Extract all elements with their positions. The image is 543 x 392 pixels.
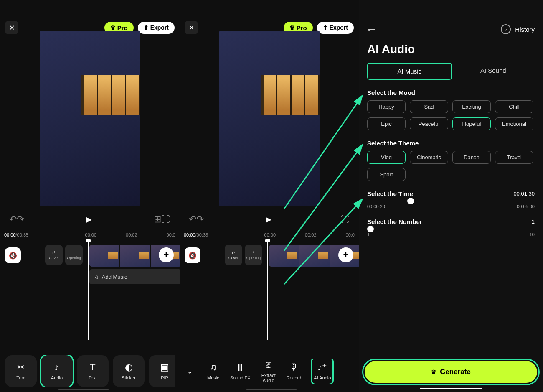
play-icon[interactable]: ▶ <box>266 215 272 224</box>
tab-ai-sound[interactable]: AI Sound <box>452 63 535 80</box>
tool-label: Sticker <box>122 375 136 380</box>
tool-extract-audio[interactable]: ⎚Extract Audio <box>261 359 276 383</box>
export-button[interactable]: ⬆Export <box>138 22 175 34</box>
video-preview[interactable] <box>40 31 140 206</box>
add-clip-button[interactable]: + <box>338 247 353 262</box>
theme-option-vlog[interactable]: Vlog <box>367 151 406 164</box>
redo-icon[interactable]: ↷ <box>196 214 204 225</box>
video-preview[interactable] <box>219 31 320 206</box>
time-slider[interactable] <box>359 201 543 201</box>
tool-ai-audio[interactable]: ♪⁺AI Audio <box>312 359 332 384</box>
theme-option-cinematic[interactable]: Cinematic <box>410 151 448 164</box>
help-icon[interactable]: ? <box>501 24 511 34</box>
export-button[interactable]: ⬆Export <box>317 22 354 34</box>
theme-option-sport[interactable]: Sport <box>367 168 406 181</box>
playhead[interactable] <box>88 240 89 340</box>
mood-label: Select the Mood <box>359 80 543 100</box>
mood-option-emotional[interactable]: Emotional <box>495 117 533 130</box>
upload-icon: ⬆ <box>144 24 149 31</box>
add-music-button[interactable]: ♫Add Music <box>89 269 181 284</box>
number-label: Select the Number <box>367 218 422 225</box>
tick: 00:0 <box>346 232 355 237</box>
close-button[interactable]: ✕ <box>5 21 18 34</box>
hd-icon[interactable]: ⊞ <box>154 214 161 225</box>
tick: 00:02 <box>126 232 137 237</box>
tool-label: Music <box>207 375 219 380</box>
tool-label: Record <box>287 375 301 380</box>
history-link[interactable]: History <box>515 26 535 33</box>
number-min: 1 <box>367 232 370 237</box>
generate-label: Generate <box>440 368 471 376</box>
undo-icon[interactable]: ↶ <box>9 214 17 225</box>
close-button[interactable]: ✕ <box>185 21 198 34</box>
tab-ai-music[interactable]: AI Music <box>367 63 452 80</box>
microphone-icon: 🎙 <box>289 362 299 373</box>
number-header: Select the Number 1 <box>359 209 543 229</box>
opening-label: Opening <box>67 256 81 260</box>
tool-soundfx[interactable]: ⫼Sound FX <box>230 362 251 380</box>
tick: 00:0 <box>167 232 175 237</box>
time-value: 00:01:30 <box>513 191 535 197</box>
opening-button[interactable]: +Opening <box>65 245 83 265</box>
pro-label: Pro <box>297 24 307 31</box>
timeline[interactable]: 🔇 ⇄Cover +Opening + <box>180 240 359 340</box>
crown-icon: ♛ <box>289 24 295 31</box>
cover-button[interactable]: ⇄Cover <box>225 245 242 265</box>
bottom-toolbar: ✂Trim ♪Audio TText ◐Sticker ▣PIP <box>5 355 175 387</box>
pro-label: Pro <box>117 24 128 31</box>
back-arrow-icon[interactable]: ↽ <box>367 23 376 35</box>
tool-record[interactable]: 🎙Record <box>287 362 301 380</box>
time-max: 00:05:00 <box>517 204 535 209</box>
tool-trim[interactable]: ✂Trim <box>5 355 37 387</box>
export-label: Export <box>330 24 348 31</box>
add-clip-button[interactable]: + <box>159 247 174 262</box>
preview-image <box>261 75 320 115</box>
cover-button[interactable]: ⇄Cover <box>45 245 63 265</box>
mood-option-sad[interactable]: Sad <box>410 100 448 113</box>
tool-music[interactable]: ♫Music <box>207 362 219 380</box>
generate-button[interactable]: ♛Generate <box>365 361 537 383</box>
playback-controls: ↶ ↷ ▶ ⊞ ⛶ <box>0 206 180 232</box>
mood-option-happy[interactable]: Happy <box>367 100 406 113</box>
theme-option-travel[interactable]: Travel <box>495 151 533 164</box>
mood-option-chill[interactable]: Chill <box>495 100 533 113</box>
mute-button[interactable]: 🔇 <box>5 247 21 263</box>
fullscreen-icon[interactable]: ⛶ <box>161 214 170 225</box>
music-note-icon: ♫ <box>210 362 217 373</box>
extract-icon: ⎚ <box>266 359 271 370</box>
cover-label: Cover <box>49 256 59 260</box>
tool-label: Extract Audio <box>261 373 276 383</box>
mood-option-hopeful[interactable]: Hopeful <box>452 117 491 130</box>
opening-label: Opening <box>246 256 261 260</box>
tick: 00:02 <box>305 232 317 237</box>
timeline[interactable]: 🔇 ⇄Cover +Opening + ♫Add Music <box>0 240 180 340</box>
opening-button[interactable]: +Opening <box>245 245 262 265</box>
preview-image <box>81 75 140 115</box>
music-note-icon: ♫ <box>94 274 99 280</box>
undo-icon[interactable]: ↶ <box>189 214 196 225</box>
pip-icon: ▣ <box>160 362 169 373</box>
time-header: Select the Time 00:01:30 <box>359 181 543 201</box>
time-label: Select the Time <box>367 190 413 197</box>
fullscreen-icon[interactable]: ⛶ <box>340 214 350 225</box>
tool-sticker[interactable]: ◐Sticker <box>113 355 145 387</box>
chevron-down-icon[interactable]: ⌄ <box>183 364 196 378</box>
play-icon[interactable]: ▶ <box>86 215 92 224</box>
number-slider-labels: 1 10 <box>359 229 543 237</box>
tool-text[interactable]: TText <box>77 355 109 387</box>
redo-icon[interactable]: ↷ <box>17 214 24 225</box>
mute-button[interactable]: 🔇 <box>185 247 200 263</box>
tool-audio[interactable]: ♪Audio <box>41 355 73 387</box>
playhead[interactable] <box>267 240 268 340</box>
tool-pip[interactable]: ▣PIP <box>149 355 175 387</box>
number-slider[interactable] <box>359 229 543 229</box>
tool-label: AI Audio <box>314 375 331 380</box>
mood-option-peaceful[interactable]: Peaceful <box>410 117 448 130</box>
time-slider-labels: 00:00:20 00:05:00 <box>359 201 543 209</box>
time-current: 00:00 <box>4 232 16 237</box>
mood-option-exciting[interactable]: Exciting <box>452 100 491 113</box>
theme-option-dance[interactable]: Dance <box>452 151 491 164</box>
ai-audio-panel: ↽ ? History AI Audio AI Music AI Sound S… <box>359 0 543 392</box>
mood-option-epic[interactable]: Epic <box>367 117 406 130</box>
time-min: 00:00:20 <box>367 204 385 209</box>
